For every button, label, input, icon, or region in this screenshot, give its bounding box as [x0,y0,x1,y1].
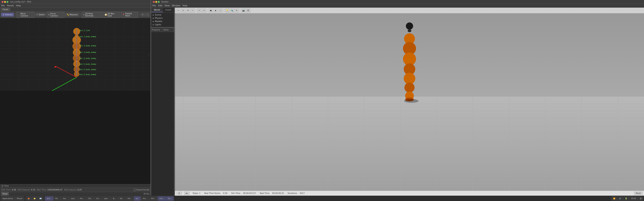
gazebo-min-btn[interactable] [155,1,157,3]
taskbar-re[interactable]: [re... [95,197,102,201]
rviz-panels-bar: Panels [0,8,150,11]
taskbar-ho-1[interactable]: /ho... [61,197,69,201]
gazebo-menubar: File Edit View Window Help [151,4,644,8]
gazebo-toolbar: ↖ ✛ ↺ ⤡ ↩ ↪ ● ▪ ⬭ 💡 [175,8,644,13]
gazebo-menu-view[interactable]: View [165,4,170,7]
gazebo-menu-help[interactable]: Help [182,4,187,7]
gz-camera-btn[interactable]: 📷 [241,8,246,13]
taskbar-app-2[interactable]: 📁 [32,197,38,201]
gazebo-3d-scene[interactable]: › [175,13,644,191]
gazebo-window-controls[interactable] [153,1,160,3]
rviz-menu-help[interactable]: Help [16,4,21,7]
rviz-max-btn[interactable] [6,1,8,3]
rviz-bottombar: ROS Time: 4.58 ROS Elapsed: 4.14 Wall Ti… [0,188,150,192]
taskbar-sep-2 [44,197,44,200]
pose-estimate-button[interactable]: → 2D Pose Estimate [82,12,102,18]
reset-button[interactable]: Reset [1,192,9,196]
taskbar-quil-1[interactable]: quil... [45,197,53,201]
gz-pointlight-btn[interactable]: 💡 [225,8,229,13]
gazebo-sidebar: World Insert ▶ Scene ▶ Physics [151,8,174,196]
gz-select-btn[interactable]: ↖ [176,8,180,13]
gz-translate-btn[interactable]: ✛ [181,8,185,13]
taskbar-ho-2[interactable]: /ho... [78,197,86,201]
rviz-statusbar: ⏱ Time [0,184,150,188]
taskbar-ho-4[interactable]: /ho... [141,197,149,201]
taskbar-ed-1[interactable]: Ed... [54,197,61,201]
taskbar-app-3[interactable]: 📧 [38,197,43,201]
taskbar-act[interactable]: act. [134,197,141,201]
gazebo-tabs: World Insert [151,8,174,12]
gazebo-scene-svg: › [175,13,644,191]
rviz-menu-panels[interactable]: Panels [7,4,14,7]
publish-point-button[interactable]: 📍 Publish Point [121,12,138,18]
gazebo-close-btn[interactable] [153,1,155,3]
taskbar-quil-2[interactable]: quil... [70,197,78,201]
gz-sphere-btn[interactable]: ● [209,8,213,13]
svg-point-99 [404,99,418,103]
real-time-value: 00:00:09.25 [272,192,284,194]
rviz-resetbar: Reset 30 fps [0,192,150,196]
interact-button[interactable]: 🖱 Interact [1,13,14,16]
fps-display: 30 fps [143,193,149,195]
real-time-factor-value: 0.50 [223,192,227,194]
rviz-min-btn[interactable] [4,1,6,3]
taskbar-ed-2[interactable]: Ed... [118,197,125,201]
gz-redo-btn[interactable]: ↪ [202,8,206,13]
experimental-cb-box[interactable] [134,189,136,191]
move-camera-button[interactable]: 🎥 Move Camera [16,12,34,18]
measure-button[interactable]: 📏 Measure [65,13,79,16]
taskbar-places[interactable]: Places [15,197,24,201]
taskbar-volume-icon[interactable]: 🔊 [617,197,623,201]
gz-undo-btn[interactable]: ↩ [197,8,202,13]
tree-models[interactable]: ▶ Models [151,20,174,23]
gz-spotlight-btn[interactable]: 🔦 [230,8,234,13]
gz-cylinder-btn[interactable]: ⬭ [218,8,222,13]
gz-scale-btn[interactable]: ⤡ [190,8,195,13]
tree-scene[interactable]: ▶ Scene [151,13,174,16]
svg-text:bot_6_body_dummy: bot_6_body_dummy [80,68,96,70]
gazebo-tree: ▶ Scene ▶ Physics ▶ Models [151,12,174,27]
taskbar-onl[interactable]: Onl... [149,197,157,201]
taskbar-rviz[interactable]: rviz... [158,197,166,201]
taskbar-ji[interactable]: /Ji... [111,197,118,201]
tab-insert[interactable]: Insert [163,8,174,12]
rviz-window-controls[interactable] [2,1,8,3]
select-button[interactable]: ↖ Select [35,13,46,16]
taskbar-quil-3[interactable]: quil... [102,197,111,201]
rviz-viewport[interactable]: bot_2_link bot_3_body_dummy bot_3_body_d… [0,18,150,184]
add-button[interactable]: + [141,13,145,16]
gz-chain-btn[interactable]: ⛓ [246,8,250,13]
gz-dirlight-btn[interactable]: ☀ [234,8,239,13]
taskbar-battery-icon[interactable]: 🔋 [623,197,629,201]
taskbar-network-icon[interactable]: 📶 [612,197,617,201]
experimental-checkbox[interactable]: Experimental [134,189,149,191]
gazebo-max-btn[interactable] [158,1,160,3]
gazebo-step-btn[interactable]: ⏭ [184,192,190,195]
interact-icon: 🖱 [2,13,4,16]
taskbar-ho-3[interactable]: /ho... [126,197,134,201]
gazebo-reset-btn[interactable]: Reset [634,192,642,195]
focus-camera-button[interactable]: ⊙ Focus Camera [47,12,64,18]
taskbar: Applications Places 🦊 📁 📧 quil... Ed... … [0,196,644,201]
taskbar-3d[interactable]: [3d... [86,197,94,201]
gz-box-btn[interactable]: ▪ [214,8,218,13]
gz-rotate-btn[interactable]: ↺ [186,8,190,13]
svg-rect-52 [175,97,644,191]
minus-button[interactable]: – [146,13,149,16]
taskbar-clock[interactable]: 19:26 [629,197,638,201]
tab-world[interactable]: World [151,8,163,12]
panels-button[interactable]: Panels [1,8,10,11]
gazebo-pause-btn[interactable]: ⏸ [176,192,182,195]
rviz-menu-file[interactable]: File [1,4,4,7]
taskbar-ga[interactable]: Ga... [166,197,174,201]
taskbar-applications[interactable]: Applications [1,197,15,201]
taskbar-app-1[interactable]: 🦊 [26,197,32,201]
taskbar-power-icon[interactable]: ⏻ [638,197,643,201]
rviz-close-btn[interactable] [2,1,4,3]
gazebo-menu-file[interactable]: File [152,4,156,7]
tree-physics[interactable]: ▶ Physics [151,16,174,20]
gazebo-menu-window[interactable]: Window [172,4,180,7]
nav-goal-button[interactable]: 🧭 2D Nav Goal [103,12,120,18]
tree-lights[interactable]: ▶ Lights [151,23,174,26]
gazebo-menu-edit[interactable]: Edit [158,4,162,7]
